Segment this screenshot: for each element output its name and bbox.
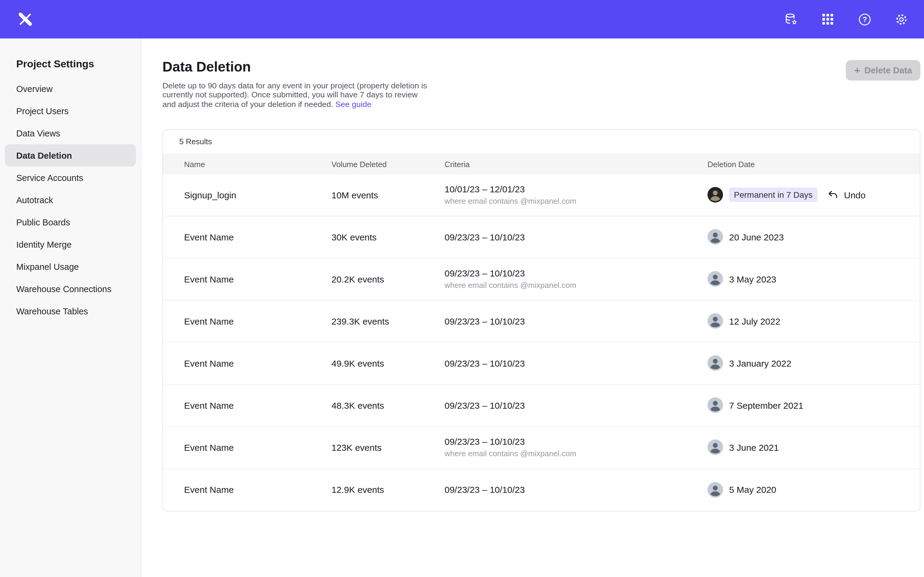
sidebar-item-public-boards[interactable]: Public Boards — [5, 211, 136, 233]
column-header-name: Name — [184, 160, 331, 169]
table-row: Event Name 239.3K events 09/23/23 – 10/1… — [163, 301, 920, 343]
data-management-icon[interactable] — [782, 10, 801, 29]
deletion-date-text: 3 June 2021 — [729, 442, 779, 453]
table-row: Event Name 12.9K events 09/23/23 – 10/10… — [163, 469, 920, 511]
sidebar-item-warehouse-tables[interactable]: Warehouse Tables — [5, 300, 136, 322]
row-volume: 20.2K events — [331, 274, 444, 284]
page-description-text: Delete up to 90 days data for any event … — [162, 81, 427, 108]
row-name: Event Name — [184, 316, 331, 326]
sidebar-title: Project Settings — [0, 39, 141, 77]
delete-data-button[interactable]: + Delete Data — [846, 60, 921, 81]
row-volume: 239.3K events — [331, 316, 444, 326]
row-deletion-date: 3 January 2022 — [708, 356, 827, 371]
settings-icon[interactable] — [892, 10, 911, 29]
undo-label: Undo — [844, 190, 866, 200]
table-row: Event Name 123K events 09/23/23 – 10/10/… — [163, 427, 920, 469]
row-volume: 123K events — [331, 442, 444, 453]
row-name: Event Name — [184, 274, 331, 284]
sidebar-item-label: Project Users — [16, 106, 69, 116]
row-name: Event Name — [184, 442, 331, 453]
row-volume: 48.3K events — [331, 400, 444, 411]
page-title: Data Deletion — [162, 59, 921, 75]
sidebar-item-label: Overview — [16, 84, 53, 93]
row-criteria: 09/23/23 – 10/10/23 — [444, 316, 708, 326]
row-deletion-date: 5 May 2020 — [708, 482, 827, 498]
top-bar: ? — [0, 0, 924, 39]
row-deletion-date: Permanent in 7 Days — [708, 187, 827, 203]
sidebar-item-project-users[interactable]: Project Users — [5, 100, 136, 122]
table-row: Event Name 48.3K events 09/23/23 – 10/10… — [163, 385, 920, 427]
sidebar-item-autotrack[interactable]: Autotrack — [5, 189, 136, 211]
plus-icon: + — [854, 65, 860, 76]
row-criteria-filter: where email contains @mixpanel.com — [444, 197, 708, 206]
table-body: Signup_login 10M events 10/01/23 – 12/01… — [163, 174, 920, 511]
sidebar-item-label: Service Accounts — [16, 173, 83, 182]
sidebar-item-data-views[interactable]: Data Views — [5, 122, 136, 144]
sidebar-item-data-deletion[interactable]: Data Deletion — [5, 144, 136, 166]
row-criteria: 09/23/23 – 10/10/23 where email contains… — [444, 437, 708, 458]
row-undo-button[interactable]: Undo — [827, 189, 905, 201]
table-row: Signup_login 10M events 10/01/23 – 12/01… — [163, 174, 920, 216]
sidebar-item-label: Warehouse Tables — [16, 306, 88, 316]
sidebar-item-identity-merge[interactable]: Identity Merge — [5, 233, 136, 255]
column-header-criteria: Criteria — [444, 160, 708, 169]
delete-data-button-label: Delete Data — [864, 66, 912, 75]
avatar — [708, 398, 723, 413]
row-criteria-filter: where email contains @mixpanel.com — [444, 449, 708, 458]
row-name: Event Name — [184, 485, 331, 495]
sidebar-item-warehouse-connections[interactable]: Warehouse Connections — [5, 278, 136, 300]
table-row: Event Name 49.9K events 09/23/23 – 10/10… — [163, 343, 920, 385]
sidebar-item-mixpanel-usage[interactable]: Mixpanel Usage — [5, 255, 136, 278]
sidebar-item-service-accounts[interactable]: Service Accounts — [5, 166, 136, 189]
row-criteria-range: 09/23/23 – 10/10/23 — [444, 268, 708, 279]
sidebar-item-label: Identity Merge — [16, 240, 71, 249]
row-deletion-date: 20 June 2023 — [708, 229, 827, 245]
sidebar-item-label: Public Boards — [16, 217, 70, 227]
sidebar-item-label: Autotrack — [16, 195, 53, 205]
row-criteria: 09/23/23 – 10/10/23 — [444, 232, 708, 242]
row-volume: 49.9K events — [331, 358, 444, 368]
sidebar-item-label: Data Views — [16, 128, 60, 138]
row-name: Event Name — [184, 358, 331, 368]
mixpanel-logo-icon[interactable] — [16, 10, 34, 28]
page-description: Delete up to 90 days data for any event … — [162, 81, 428, 109]
row-criteria: 10/01/23 – 12/01/23 where email contains… — [444, 184, 708, 206]
avatar — [708, 313, 723, 329]
row-criteria-filter: where email contains @mixpanel.com — [444, 281, 708, 290]
avatar — [708, 440, 723, 455]
deletion-date-text: 3 January 2022 — [729, 358, 792, 368]
row-volume: 12.9K events — [331, 485, 444, 495]
undo-icon — [827, 189, 838, 201]
sidebar-nav: Overview Project Users Data Views Data D… — [0, 77, 141, 322]
see-guide-link[interactable]: See guide — [335, 100, 372, 108]
apps-grid-icon[interactable] — [818, 10, 837, 29]
row-deletion-date: 3 May 2023 — [708, 271, 827, 287]
deletion-table-card: 5 Results Name Volume Deleted Criteria D… — [162, 129, 921, 511]
main-header: Data Deletion Delete up to 90 days data … — [141, 39, 924, 109]
row-criteria-range: 09/23/23 – 10/10/23 — [444, 437, 708, 447]
row-criteria: 09/23/23 – 10/10/23 — [444, 358, 708, 368]
row-deletion-date: 7 September 2021 — [708, 398, 827, 413]
sidebar-item-label: Warehouse Connections — [16, 284, 111, 293]
deletion-date-text: 3 May 2023 — [729, 274, 776, 284]
row-criteria-range: 09/23/23 – 10/10/23 — [444, 485, 708, 495]
svg-text:?: ? — [863, 15, 867, 23]
row-deletion-date: 3 June 2021 — [708, 440, 827, 455]
row-volume: 30K events — [331, 232, 444, 242]
row-criteria: 09/23/23 – 10/10/23 — [444, 485, 708, 495]
deletion-date-text: 20 June 2023 — [729, 232, 784, 242]
sidebar-item-overview[interactable]: Overview — [5, 77, 136, 100]
app-root: ? Project Settings Overview Project User… — [0, 0, 924, 577]
row-criteria-range: 10/01/23 – 12/01/23 — [444, 184, 708, 195]
help-icon[interactable]: ? — [855, 10, 874, 29]
deletion-date-text: 5 May 2020 — [729, 485, 776, 495]
column-header-volume: Volume Deleted — [331, 160, 444, 169]
sidebar: Project Settings Overview Project Users … — [0, 39, 141, 577]
column-header-deletion-date: Deletion Date — [708, 160, 827, 169]
avatar — [708, 229, 723, 245]
table-row: Event Name 20.2K events 09/23/23 – 10/10… — [163, 258, 920, 301]
row-criteria: 09/23/23 – 10/10/23 where email contains… — [444, 268, 708, 290]
table-row: Event Name 30K events 09/23/23 – 10/10/2… — [163, 216, 920, 258]
row-name: Signup_login — [184, 190, 331, 200]
row-criteria-range: 09/23/23 – 10/10/23 — [444, 400, 708, 411]
